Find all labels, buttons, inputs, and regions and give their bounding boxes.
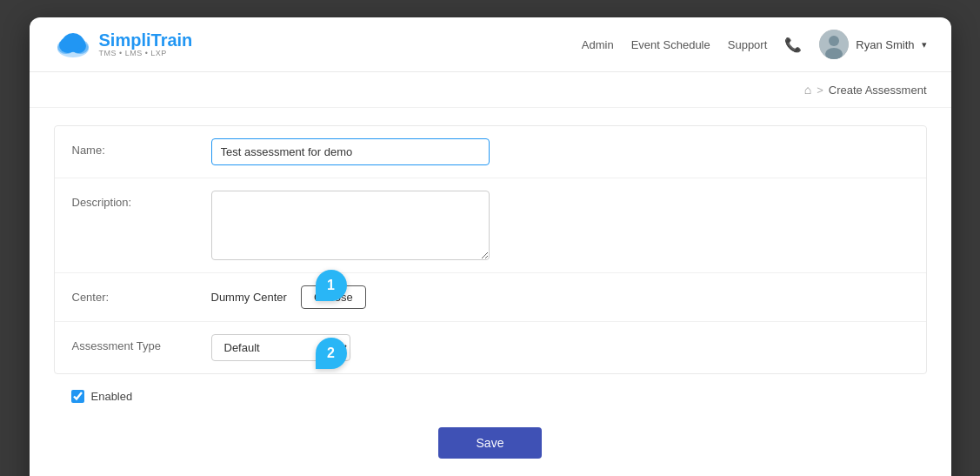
- name-input[interactable]: [211, 138, 490, 165]
- name-field: [211, 138, 909, 165]
- chevron-down-icon: ▾: [922, 39, 927, 50]
- user-menu[interactable]: Ryan Smith ▾: [819, 30, 926, 59]
- center-field: Dummy Center Choose 1: [211, 285, 909, 309]
- phone-icon: 📞: [784, 37, 802, 53]
- avatar-svg: [819, 30, 849, 59]
- name-row: Name:: [55, 126, 926, 178]
- user-name: Ryan Smith: [856, 38, 914, 51]
- description-input[interactable]: [211, 191, 490, 260]
- save-row: Save: [54, 419, 927, 476]
- main-content: Name: Description: Center: Dummy Center …: [30, 108, 951, 476]
- assessment-type-row: Assessment Type Default Type 1 Type 2 2: [55, 322, 926, 373]
- description-row: Description:: [55, 178, 926, 273]
- name-label: Name:: [72, 138, 211, 157]
- logo-text: SimpliTrain TMS • LMS • LXP: [99, 30, 193, 58]
- logo-train: Train: [151, 30, 193, 50]
- assessment-type-field: Default Type 1 Type 2 2: [211, 334, 909, 361]
- logo-simpli: Simpli: [99, 30, 151, 50]
- event-schedule-link[interactable]: Event Schedule: [631, 38, 710, 51]
- logo-name: SimpliTrain: [99, 30, 193, 50]
- center-value: Dummy Center: [211, 291, 287, 304]
- enabled-label: Enabled: [91, 390, 133, 403]
- breadcrumb-separator: >: [817, 84, 823, 97]
- svg-point-8: [829, 36, 839, 46]
- breadcrumb-current: Create Assessment: [829, 84, 927, 97]
- form-card: Name: Description: Center: Dummy Center …: [54, 125, 927, 374]
- logo-cloud-icon: [54, 30, 92, 59]
- support-link[interactable]: Support: [728, 38, 768, 51]
- center-row: Center: Dummy Center Choose 1: [55, 273, 926, 322]
- main-window: SimpliTrain TMS • LMS • LXP Admin Event …: [30, 17, 951, 476]
- home-icon[interactable]: ⌂: [804, 83, 811, 97]
- callout-2: 2: [316, 338, 347, 369]
- admin-link[interactable]: Admin: [582, 38, 614, 51]
- assessment-type-label: Assessment Type: [72, 334, 211, 352]
- nav-items: Admin Event Schedule Support 📞 Ryan Smit…: [582, 30, 927, 59]
- avatar: [819, 30, 849, 59]
- description-label: Description:: [72, 191, 211, 209]
- header: SimpliTrain TMS • LMS • LXP Admin Event …: [30, 17, 951, 72]
- center-label: Center:: [72, 285, 211, 304]
- logo-tagline: TMS • LMS • LXP: [99, 50, 193, 58]
- description-field: [211, 191, 909, 260]
- enabled-row: Enabled: [54, 374, 927, 419]
- enabled-checkbox[interactable]: [71, 390, 84, 403]
- logo: SimpliTrain TMS • LMS • LXP: [54, 30, 193, 59]
- callout-1: 1: [316, 270, 347, 301]
- breadcrumb-bar: ⌂ > Create Assessment: [30, 72, 951, 108]
- breadcrumb: ⌂ > Create Assessment: [804, 83, 927, 97]
- svg-point-6: [63, 33, 83, 50]
- save-button[interactable]: Save: [438, 427, 543, 459]
